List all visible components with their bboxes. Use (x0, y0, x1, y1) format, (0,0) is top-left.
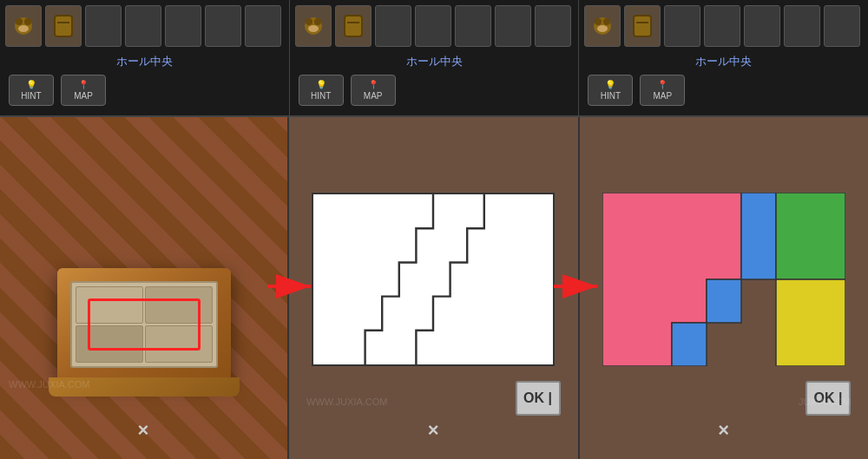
puzzle-piece-4[interactable] (145, 325, 213, 363)
right-panel: OK | × JUXIA.COM (580, 117, 869, 459)
empty-slot-2e (535, 5, 571, 47)
svg-rect-18 (776, 193, 845, 279)
colored-puzzle-area (602, 193, 845, 366)
arrow-2-svg (554, 273, 606, 299)
hint-button-3[interactable]: 💡 HINT (588, 75, 633, 106)
animal-icon-slot[interactable] (5, 5, 42, 47)
puzzle-piece-2[interactable] (145, 286, 213, 324)
ok-label-mid: OK | (523, 390, 552, 406)
svg-point-1 (16, 18, 23, 25)
pin-icon-3: 📍 (657, 80, 667, 89)
icon-row-3 (579, 0, 868, 52)
svg-point-10 (603, 18, 610, 25)
watermark-mid: WWW.JUXIA.COM (306, 397, 388, 407)
empty-slot-2d (495, 5, 531, 47)
panel-section-2: ホール中央 💡 HINT 📍 MAP (290, 0, 580, 115)
empty-slot-3c (744, 5, 780, 47)
wood-box-body (57, 268, 231, 381)
empty-slot-1c (165, 5, 201, 47)
svg-point-6 (314, 18, 321, 25)
hint-label-2: HINT (311, 91, 331, 101)
hint-label-1: HINT (21, 91, 41, 101)
hint-button-1[interactable]: 💡 HINT (9, 75, 54, 106)
bulb-icon-2: 💡 (316, 80, 326, 89)
arrow-1-svg (267, 273, 319, 299)
animal-icon-slot-3[interactable] (584, 5, 621, 47)
empty-slot-2b (415, 5, 451, 47)
panel-section-3: ホール中央 💡 HINT 📍 MAP (579, 0, 868, 115)
map-label-2: MAP (364, 91, 383, 101)
pin-icon-2: 📍 (368, 80, 378, 89)
colored-puzzle-svg (602, 193, 845, 366)
barrel-icon-slot-3[interactable] (624, 5, 661, 47)
svg-point-5 (306, 18, 312, 25)
hint-map-row-2: 💡 HINT 📍 MAP (290, 71, 579, 109)
empty-slot-1e (245, 5, 281, 47)
empty-slot-2a (375, 5, 411, 47)
close-button-right[interactable]: × (707, 417, 741, 443)
pin-icon-1: 📍 (78, 80, 89, 89)
empty-slot-3e (824, 5, 860, 47)
ok-label-right: OK | (814, 390, 843, 406)
bulb-icon-1: 💡 (26, 80, 36, 89)
barrel-icon-slot-2[interactable] (335, 5, 372, 47)
arrow-2-container (554, 273, 606, 303)
empty-slot-3a (664, 5, 700, 47)
map-button-2[interactable]: 📍 MAP (351, 75, 396, 106)
animal-icon-slot-2[interactable] (295, 5, 332, 47)
close-button-mid[interactable]: × (416, 417, 450, 443)
arrow-1-container (267, 273, 319, 303)
panel-label-2: ホール中央 (290, 52, 579, 71)
svg-point-2 (24, 18, 31, 25)
panel-label-3: ホール中央 (579, 52, 868, 71)
left-panel: WWW.JUXIA.COM (0, 117, 289, 459)
map-button-1[interactable]: 📍 MAP (61, 75, 106, 106)
puzzle-piece-1[interactable] (76, 286, 143, 324)
empty-slot-2c (455, 5, 491, 47)
svg-point-7 (308, 25, 319, 32)
close-button-left[interactable]: × (126, 417, 161, 443)
bulb-icon-3: 💡 (605, 80, 615, 89)
puzzle-inset[interactable] (70, 281, 218, 368)
barrel-icon-slot-1[interactable] (45, 5, 82, 47)
empty-slot-1d (205, 5, 241, 47)
map-button-3[interactable]: 📍 MAP (640, 75, 685, 106)
hint-map-row-1: 💡 HINT 📍 MAP (0, 71, 289, 109)
hint-map-row-3: 💡 HINT 📍 MAP (579, 71, 868, 109)
icon-row-1 (0, 0, 289, 52)
hint-button-2[interactable]: 💡 HINT (299, 75, 344, 106)
close-icon-left: × (138, 419, 149, 442)
map-label-3: MAP (654, 91, 673, 101)
empty-slot-3d (784, 5, 820, 47)
ok-button-mid[interactable]: OK | (516, 381, 561, 416)
empty-slot-1a (85, 5, 122, 47)
top-bar: ホール中央 💡 HINT 📍 MAP (0, 0, 868, 117)
empty-slot-3b (704, 5, 740, 47)
mid-panel: OK | × WWW.JUXIA.COM (289, 117, 580, 459)
hint-label-3: HINT (601, 91, 621, 101)
panel-label-1: ホール中央 (0, 52, 289, 71)
svg-point-3 (18, 25, 29, 32)
staircase-divider-svg (313, 194, 553, 364)
puzzle-piece-3[interactable] (76, 325, 143, 363)
icon-row-2 (290, 0, 579, 52)
white-puzzle-area[interactable] (312, 193, 555, 366)
close-icon-right: × (718, 419, 729, 442)
svg-point-9 (595, 18, 602, 25)
map-label-1: MAP (74, 91, 93, 101)
svg-rect-19 (776, 279, 845, 366)
empty-slot-1b (125, 5, 161, 47)
main-area: WWW.JUXIA.COM OK | (0, 117, 868, 459)
panel-section-1: ホール中央 💡 HINT 📍 MAP (0, 0, 290, 115)
wood-box (49, 268, 240, 407)
ok-button-right[interactable]: OK | (806, 381, 851, 416)
close-icon-mid: × (428, 419, 439, 442)
svg-point-11 (597, 25, 608, 32)
